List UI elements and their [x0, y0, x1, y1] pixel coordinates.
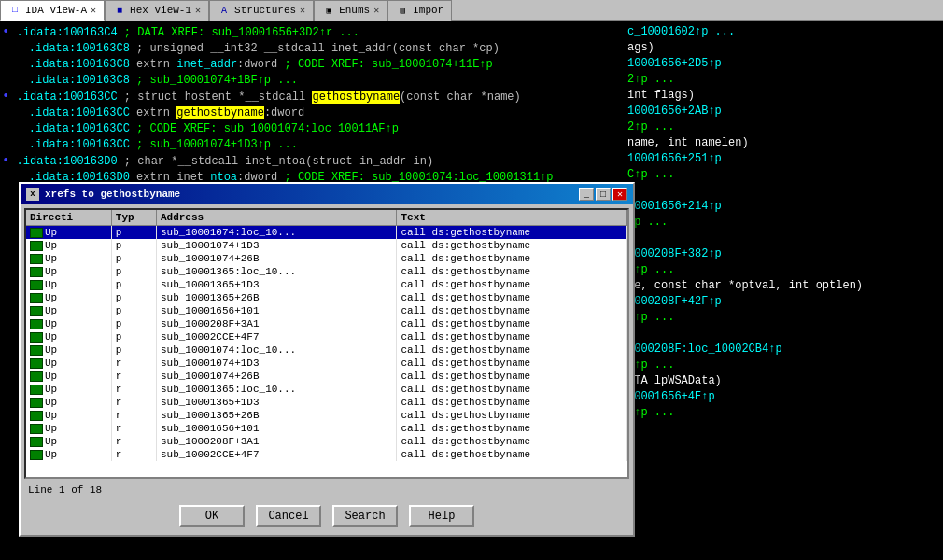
row-text-cell: call ds:gethostbyname: [397, 370, 627, 383]
import-tab-icon: ▤: [396, 4, 409, 17]
code-line-2: .idata:100163C8 ; unsigned __int32 __std…: [2, 41, 624, 57]
table-row[interactable]: Uppsub_10001656+101call ds:gethostbyname: [26, 304, 627, 317]
row-addr-cell: sub_10001074+26B: [156, 370, 397, 383]
row-icon-cell: Up: [26, 448, 111, 461]
rp-line-13: ↑p ...: [627, 215, 941, 231]
row-type-cell: p: [111, 317, 156, 330]
dialog-maximize-button[interactable]: □: [596, 188, 611, 201]
table-row[interactable]: Uprsub_10001074+1D3call ds:gethostbyname: [26, 357, 627, 370]
table-row[interactable]: Uppsub_10001365+1D3call ds:gethostbyname: [26, 278, 627, 291]
tab-hex-close[interactable]: ✕: [195, 5, 201, 16]
rp-line-8: name, int namelen): [627, 135, 941, 151]
row-text-cell: call ds:gethostbyname: [397, 252, 627, 265]
row-icon-cell: Up: [26, 343, 111, 357]
row-icon: [30, 332, 43, 343]
code-line-8: .idata:100163CC ; sub_10001074+1D3↑p ...: [2, 137, 624, 153]
dialog-button-row: OK Cancel Search Help: [21, 497, 633, 535]
table-row[interactable]: Uprsub_10001074+26Bcall ds:gethostbyname: [26, 370, 627, 383]
row-addr-cell: sub_10001656+101: [156, 422, 397, 435]
code-line-3: .idata:100163C8 extrn inet_addr:dword ; …: [2, 57, 624, 73]
dot-marker-1: •: [2, 24, 9, 39]
row-text-cell: call ds:gethostbyname: [397, 383, 627, 396]
tab-imports[interactable]: ▤ Impor: [387, 0, 452, 21]
dialog-minimize-button[interactable]: _: [579, 188, 594, 201]
enum-tab-icon: ▣: [322, 4, 335, 17]
row-icon: [30, 267, 43, 277]
table-row[interactable]: Uprsub_10001365+26Bcall ds:gethostbyname: [26, 409, 627, 422]
row-icon: [30, 293, 43, 303]
table-row[interactable]: Uprsub_10001365+1D3call ds:gethostbyname: [26, 396, 627, 409]
tab-import-label: Impor: [413, 5, 443, 16]
dot-marker-3: •: [2, 153, 9, 168]
row-text-cell: call ds:gethostbyname: [397, 291, 627, 304]
table-row[interactable]: Uppsub_10002CCE+4F7call ds:gethostbyname: [26, 330, 627, 343]
code-line-7: .idata:100163CC ; CODE XREF: sub_1000107…: [2, 121, 624, 137]
row-text-cell: call ds:gethostbyname: [397, 435, 627, 448]
row-text-cell: call ds:gethostbyname: [397, 239, 627, 252]
help-button[interactable]: Help: [409, 505, 474, 527]
search-button[interactable]: Search: [332, 505, 398, 527]
row-text-cell: call ds:gethostbyname: [397, 422, 627, 435]
row-type-cell: p: [111, 239, 156, 252]
row-addr-cell: sub_10001365+1D3: [156, 396, 397, 409]
code-line-6: .idata:100163CC extrn gethostbyname:dwor…: [2, 105, 624, 121]
tab-hex-view[interactable]: ■ Hex View-1 ✕: [105, 0, 209, 21]
col-header-type: Typ: [111, 210, 156, 226]
table-row[interactable]: Uppsub_10001074:loc_10...call ds:gethost…: [26, 226, 627, 240]
table-row[interactable]: Uppsub_10001074+1D3call ds:gethostbyname: [26, 239, 627, 252]
row-icon-cell: Up: [26, 252, 111, 265]
row-text-cell: call ds:gethostbyname: [397, 409, 627, 422]
rp-line-20: [627, 326, 941, 342]
dialog-titlebar: x xrefs to gethostbyname _ □ ✕: [21, 184, 633, 204]
table-row[interactable]: Uppsub_10001365:loc_10...call ds:gethost…: [26, 265, 627, 278]
rp-line-25: 2↑p ...: [627, 405, 941, 421]
row-text-cell: call ds:gethostbyname: [397, 226, 627, 240]
rp-line-14: [627, 231, 941, 246]
table-row[interactable]: Uppsub_10001365+26Bcall ds:gethostbyname: [26, 291, 627, 304]
table-row[interactable]: Uppsub_10001074+26Bcall ds:gethostbyname: [26, 252, 627, 265]
rp-line-17: me, const char *optval, int optlen): [627, 278, 941, 294]
row-type-cell: r: [111, 448, 156, 461]
dot-marker-2: •: [2, 89, 9, 104]
row-type-cell: r: [111, 422, 156, 435]
tab-ida-close[interactable]: ✕: [91, 5, 96, 16]
rp-line-12: 10001656+214↑p: [627, 199, 941, 215]
table-row[interactable]: Uppsub_10001074:loc_10...call ds:gethost…: [26, 343, 627, 357]
row-icon: [30, 424, 43, 434]
table-row[interactable]: Uppsub_1000208F+3A1call ds:gethostbyname: [26, 317, 627, 330]
ok-button[interactable]: OK: [179, 505, 245, 527]
rp-line-3: 10001656+2D5↑p: [627, 56, 941, 72]
xrefs-dialog: x xrefs to gethostbyname _ □ ✕ Directi T…: [19, 182, 635, 537]
tab-ida-view[interactable]: □ IDA View-A ✕: [0, 0, 105, 21]
code-line-5: • .idata:100163CC ; struct hostent *__st…: [2, 89, 624, 105]
tab-struct-label: Structures: [234, 5, 296, 16]
row-icon: [30, 345, 43, 356]
row-type-cell: p: [111, 343, 156, 357]
row-icon: [30, 280, 43, 290]
cancel-button[interactable]: Cancel: [256, 505, 321, 527]
rp-line-18: 1000208F+42F↑p: [627, 294, 941, 310]
row-type-cell: p: [111, 226, 156, 240]
row-type-cell: p: [111, 304, 156, 317]
dialog-close-button[interactable]: ✕: [612, 188, 627, 201]
tab-enum-close[interactable]: ✕: [373, 5, 379, 16]
row-text-cell: call ds:gethostbyname: [397, 448, 627, 461]
hex-tab-icon: ■: [113, 4, 126, 17]
table-row[interactable]: Uprsub_10001656+101call ds:gethostbyname: [26, 422, 627, 435]
row-type-cell: r: [111, 370, 156, 383]
table-row[interactable]: Uprsub_10001365:loc_10...call ds:gethost…: [26, 383, 627, 396]
tab-structures[interactable]: A Structures ✕: [209, 0, 314, 21]
col-header-text: Text: [397, 210, 627, 226]
row-icon: [30, 228, 43, 238]
row-addr-cell: sub_10001074:loc_10...: [156, 226, 397, 240]
row-icon-cell: Up: [26, 383, 111, 396]
table-row[interactable]: Uprsub_1000208F+3A1call ds:gethostbyname: [26, 435, 627, 448]
code-line-1: • .idata:100163C4 ; DATA XREF: sub_10001…: [2, 24, 624, 41]
table-row[interactable]: Uprsub_10002CCE+4F7call ds:gethostbyname: [26, 448, 627, 461]
rp-line-9: 10001656+251↑p: [627, 151, 941, 167]
tab-struct-close[interactable]: ✕: [300, 5, 305, 16]
tab-enums[interactable]: ▣ Enums ✕: [314, 0, 387, 21]
row-type-cell: r: [111, 396, 156, 409]
rp-line-22: 3↑p ...: [627, 357, 941, 373]
xrefs-table-container[interactable]: Directi Typ Address Text Uppsub_10001074…: [24, 208, 629, 479]
